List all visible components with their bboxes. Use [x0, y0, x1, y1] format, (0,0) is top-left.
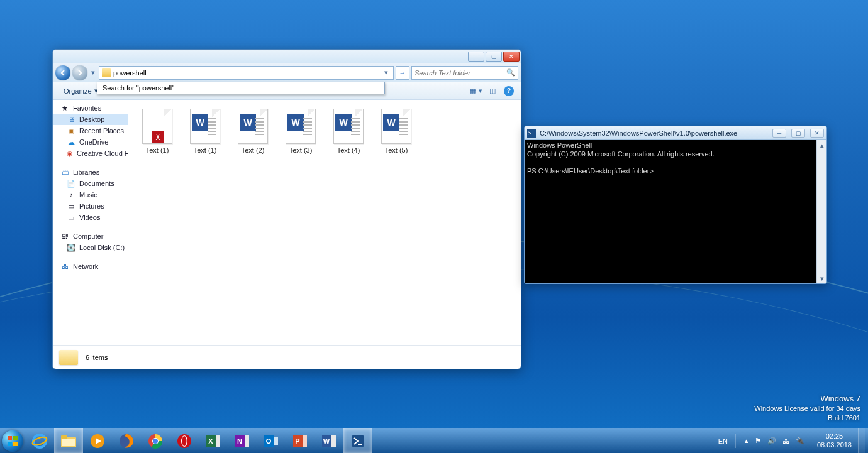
- sidebar-item-documents[interactable]: 📄Documents: [53, 178, 128, 189]
- file-item[interactable]: W Text (2): [229, 109, 277, 154]
- nav-history-dropdown[interactable]: ▾: [89, 68, 97, 77]
- powerpoint-icon: P: [291, 432, 309, 450]
- taskbar-item-explorer[interactable]: [54, 428, 83, 453]
- videos-icon: ▭: [67, 213, 75, 222]
- taskbar-item-firefox[interactable]: [112, 428, 141, 453]
- pictures-icon: ▭: [67, 202, 75, 210]
- taskbar-item-powershell[interactable]: [343, 428, 372, 453]
- svg-rect-32: [331, 435, 336, 447]
- taskbar-item-chrome[interactable]: [141, 428, 170, 453]
- taskbar-item-mediaplayer[interactable]: [83, 428, 112, 453]
- close-button[interactable]: ✕: [503, 52, 520, 62]
- suggest-row[interactable]: Search for "powershell": [97, 82, 384, 94]
- svg-point-14: [153, 439, 158, 444]
- scroll-down-icon[interactable]: ▾: [817, 273, 826, 283]
- sidebar-label: Local Disk (C:): [79, 244, 125, 251]
- recent-icon: ▣: [67, 126, 75, 135]
- file-item[interactable]: W Text (1): [181, 109, 229, 154]
- taskbar-item-powerpoint[interactable]: P: [286, 428, 314, 453]
- sidebar-item-pictures[interactable]: ▭Pictures: [53, 200, 128, 212]
- system-tray: EN ▴ ⚑ 🔊 🖧 🔌 02:25 08.03.2018: [713, 428, 868, 453]
- forward-button[interactable]: [72, 65, 87, 80]
- search-input[interactable]: [415, 69, 506, 77]
- file-item[interactable]: Text (1): [133, 109, 181, 154]
- action-center-icon[interactable]: ⚑: [755, 437, 761, 445]
- sidebar-item-videos[interactable]: ▭Videos: [53, 212, 128, 223]
- word-icon: W: [192, 114, 208, 131]
- minimize-button[interactable]: ─: [772, 129, 786, 138]
- language-indicator[interactable]: EN: [713, 437, 733, 445]
- network-group[interactable]: 🖧Network: [53, 261, 128, 272]
- volume-icon[interactable]: 🔊: [767, 437, 776, 445]
- file-name: Text (5): [372, 146, 420, 154]
- sidebar-item-recent[interactable]: ▣Recent Places: [53, 125, 128, 136]
- power-icon[interactable]: 🔌: [796, 437, 804, 445]
- taskbar-item-word[interactable]: W: [314, 428, 343, 453]
- file-item[interactable]: W Text (4): [325, 109, 372, 154]
- svg-rect-2: [8, 442, 12, 446]
- refresh-go-button[interactable]: →: [396, 66, 409, 80]
- computer-group[interactable]: 🖳Computer: [53, 231, 128, 242]
- preview-pane-button[interactable]: ◫: [486, 85, 499, 97]
- watermark-line: Build 7601: [754, 413, 860, 423]
- scrollbar[interactable]: ▴ ▾: [816, 140, 826, 283]
- minimize-button[interactable]: ─: [468, 52, 484, 62]
- tray-chevron-up-icon[interactable]: ▴: [745, 437, 748, 445]
- back-button[interactable]: [55, 65, 70, 80]
- favorites-group[interactable]: ★Favorites: [53, 102, 128, 114]
- libraries-icon: 🗃: [60, 168, 69, 177]
- start-button[interactable]: [0, 428, 25, 454]
- favorites-label: Favorites: [73, 104, 101, 112]
- taskbar-item-ie[interactable]: [25, 428, 54, 453]
- taskbar-item-opera[interactable]: [170, 428, 199, 453]
- sidebar-item-creative-cloud[interactable]: ◉Creative Cloud Files: [53, 148, 128, 159]
- word-icon: W: [320, 432, 338, 450]
- word-icon: W: [287, 114, 304, 131]
- explorer-window: ─ ▢ ✕ ▾ ▾ → 🔍 Search for "powershell" Or…: [52, 49, 521, 369]
- help-button[interactable]: ?: [502, 85, 516, 97]
- sidebar-item-desktop[interactable]: 🖥Desktop: [53, 114, 128, 125]
- taskbar-item-outlook[interactable]: O: [257, 428, 286, 453]
- network-icon[interactable]: 🖧: [782, 437, 789, 445]
- sidebar-item-music[interactable]: ♪Music: [53, 189, 128, 200]
- navigation-pane: ★Favorites 🖥Desktop ▣Recent Places ☁OneD…: [53, 100, 128, 345]
- show-desktop-button[interactable]: [858, 428, 865, 454]
- ie-icon: [31, 432, 48, 450]
- powershell-icon: >_: [527, 129, 536, 138]
- libraries-group[interactable]: 🗃Libraries: [53, 166, 128, 178]
- view-options-button[interactable]: ▦ ▾: [469, 85, 483, 97]
- file-name: Text (4): [325, 146, 372, 154]
- taskbar-item-excel[interactable]: X: [199, 428, 228, 453]
- sidebar-label: Music: [79, 191, 97, 199]
- address-input[interactable]: [113, 69, 379, 77]
- word-icon: W: [383, 114, 399, 131]
- svg-text:W: W: [323, 437, 330, 445]
- powershell-titlebar[interactable]: >_ C:\Windows\System32\WindowsPowerShell…: [525, 126, 826, 140]
- scroll-up-icon[interactable]: ▴: [817, 140, 826, 150]
- address-box[interactable]: ▾: [99, 66, 394, 80]
- maximize-button[interactable]: ▢: [486, 52, 502, 62]
- explorer-titlebar[interactable]: ─ ▢ ✕: [53, 50, 521, 63]
- address-dropdown-icon[interactable]: ▾: [382, 68, 391, 77]
- close-button[interactable]: ✕: [810, 129, 824, 138]
- sidebar-label: OneDrive: [79, 138, 108, 146]
- sidebar-label: Creative Cloud Files: [77, 150, 128, 157]
- sidebar-item-localdisk[interactable]: 💽Local Disk (C:): [53, 242, 128, 253]
- watermark-line: Windows License valid for 34 days: [754, 404, 860, 413]
- svg-text:N: N: [237, 437, 242, 445]
- sidebar-item-onedrive[interactable]: ☁OneDrive: [53, 136, 128, 148]
- taskbar: X N O P W EN ▴ ⚑ 🔊 🖧 🔌 02:25 08.03.2018: [0, 428, 868, 453]
- firefox-icon: [118, 432, 135, 450]
- file-item[interactable]: W Text (5): [372, 109, 420, 154]
- taskbar-clock[interactable]: 02:25 08.03.2018: [811, 432, 858, 449]
- watermark-line: Windows 7: [754, 393, 860, 405]
- address-suggest-dropdown[interactable]: Search for "powershell": [97, 82, 385, 94]
- file-item[interactable]: W Text (3): [277, 109, 325, 154]
- search-box[interactable]: 🔍: [411, 66, 518, 80]
- desktop-watermark: Windows 7 Windows License valid for 34 d…: [754, 393, 860, 423]
- clock-date: 08.03.2018: [817, 441, 852, 449]
- taskbar-item-onenote[interactable]: N: [228, 428, 257, 453]
- cc-icon: ◉: [67, 149, 73, 158]
- maximize-button[interactable]: ▢: [791, 129, 805, 138]
- terminal-output[interactable]: Windows PowerShell Copyright (C) 2009 Mi…: [525, 140, 816, 283]
